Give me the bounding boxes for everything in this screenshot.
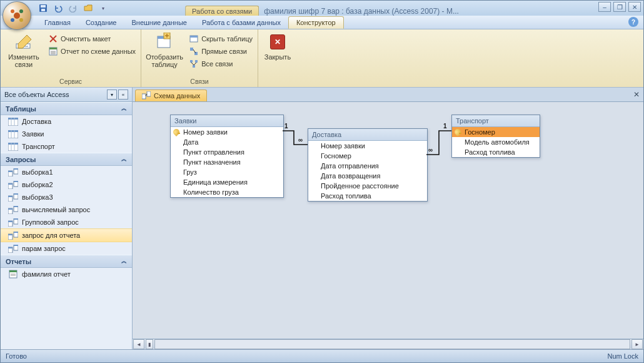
nav-query-item[interactable]: парам запрос [1, 242, 132, 255]
field-row[interactable]: Дата возвращения [308, 171, 427, 181]
nav-query-item[interactable]: выборка2 [1, 178, 132, 191]
field-row[interactable]: Единица измерения [171, 177, 283, 187]
table-window-zayavki[interactable]: Заявки Номер заявки Дата Пункт отправлен… [170, 115, 284, 198]
svg-rect-70 [14, 245, 18, 246]
nav-query-item[interactable]: запрос для отчета [1, 228, 132, 242]
field-row[interactable]: Пункт отправления [171, 147, 283, 157]
svg-rect-23 [190, 48, 193, 51]
relation-one-label: 1 [443, 123, 447, 130]
nav-section-reports[interactable]: Отчеты︽ [1, 255, 132, 268]
tab-database-tools[interactable]: Работа с базами данных [194, 17, 288, 28]
nav-section-queries[interactable]: Запросы︽ [1, 153, 132, 166]
close-design-button[interactable]: ✕ Закрыть [262, 32, 293, 61]
scroll-thumb[interactable]: ▮ [146, 339, 153, 349]
table-title[interactable]: Доставка [308, 129, 427, 141]
svg-rect-36 [8, 130, 18, 132]
nav-header[interactable]: Все объекты Access ▾ « [1, 88, 132, 102]
chevron-up-icon: ︽ [121, 105, 127, 113]
direct-relations-icon [189, 46, 199, 56]
field-row[interactable]: Расход топлива [308, 191, 427, 201]
direct-relations-button[interactable]: Прямые связи [188, 46, 254, 57]
field-row[interactable]: Дата [171, 137, 283, 147]
scroll-left-icon[interactable]: ◄ [133, 339, 144, 349]
svg-rect-52 [8, 196, 13, 197]
field-row[interactable]: Количество груза [171, 187, 283, 197]
nav-table-item[interactable]: Заявки [1, 128, 132, 140]
svg-rect-76 [147, 91, 151, 96]
table-title[interactable]: Транспорт [452, 115, 540, 127]
hide-table-button[interactable]: Скрыть таблицу [188, 33, 254, 44]
tab-design[interactable]: Конструктор [288, 16, 344, 29]
undo-icon[interactable] [52, 2, 64, 14]
edit-relations-button[interactable]: Изменить связи [4, 32, 43, 68]
nav-query-item[interactable]: вычисляемый запрос [1, 203, 132, 216]
nav-table-item[interactable]: Транспорт [1, 140, 132, 153]
qat-dropdown-icon[interactable]: ▾ [97, 2, 109, 14]
open-folder-icon[interactable] [82, 2, 94, 14]
show-table-button[interactable]: Отобразить таблицу [145, 32, 184, 68]
svg-rect-50 [14, 181, 18, 182]
field-row[interactable]: Дата отправления [308, 161, 427, 171]
save-icon[interactable] [37, 2, 49, 14]
title-context: Работа со связями фамилия шифр 7 вар : б… [185, 1, 459, 16]
field-row[interactable]: Госномер [452, 127, 540, 137]
ribbon-group-close: ✕ Закрыть [258, 29, 297, 87]
field-row[interactable]: Пройденное расстояние [308, 181, 427, 191]
nav-query-item[interactable]: выборка3 [1, 191, 132, 203]
clear-layout-button[interactable]: Очистить макет [47, 33, 137, 44]
close-window-button[interactable]: ✕ [628, 2, 641, 12]
svg-rect-40 [8, 143, 18, 145]
nav-section-tables[interactable]: Таблицы︽ [1, 102, 132, 115]
relation-many-label: ∞ [428, 146, 433, 153]
field-row[interactable]: Груз [171, 167, 283, 177]
navigation-pane: Все объекты Access ▾ « Таблицы︽ Доставка… [1, 88, 133, 349]
nav-dropdown-icon[interactable]: ▾ [107, 89, 117, 100]
scroll-right-icon[interactable]: ► [631, 339, 643, 349]
query-icon [8, 193, 18, 202]
window-controls: – ❐ ✕ [598, 2, 641, 12]
show-table-label: Отобразить таблицу [145, 53, 184, 68]
field-row[interactable]: Номер заявки [308, 141, 427, 151]
show-table-icon [154, 32, 174, 52]
nav-query-item[interactable]: Групповой запрос [1, 216, 132, 228]
help-button[interactable]: ? [628, 17, 638, 27]
table-title[interactable]: Заявки [171, 115, 283, 127]
redo-icon[interactable] [67, 2, 79, 14]
document-area: Схема данных ✕ Заявки Номер заявки Дата … [133, 88, 643, 349]
field-row[interactable]: Номер заявки [171, 127, 283, 137]
query-icon [8, 244, 18, 253]
minimize-button[interactable]: – [598, 2, 611, 12]
ribbon-group-service: Изменить связи Очистить макет Отчет по с… [1, 29, 141, 87]
nav-query-item[interactable]: выборка1 [1, 166, 132, 178]
nav-collapse-icon[interactable]: « [118, 89, 128, 100]
tab-create[interactable]: Создание [78, 17, 124, 28]
field-row[interactable]: Модель автомобиля [452, 137, 540, 147]
all-relations-icon [189, 59, 199, 69]
restore-button[interactable]: ❐ [613, 2, 626, 12]
all-relations-button[interactable]: Все связи [188, 58, 254, 69]
nav-table-item[interactable]: Доставка [1, 115, 132, 128]
table-icon [8, 142, 18, 151]
field-row[interactable]: Госномер [308, 151, 427, 161]
ribbon: Изменить связи Очистить макет Отчет по с… [1, 29, 643, 88]
field-row[interactable]: Расход топлива [452, 147, 540, 157]
office-button[interactable] [3, 1, 31, 30]
doc-tab-relations[interactable]: Схема данных [135, 89, 207, 101]
field-row[interactable]: Пункт назначения [171, 157, 283, 167]
tab-external-data[interactable]: Внешние данные [124, 17, 194, 28]
svg-rect-54 [14, 193, 18, 195]
table-window-dostavka[interactable]: Доставка Номер заявки Госномер Дата отпр… [308, 128, 428, 202]
relations-canvas[interactable]: Заявки Номер заявки Дата Пункт отправлен… [133, 102, 643, 339]
svg-rect-68 [8, 247, 13, 248]
ribbon-tabs: Главная Создание Внешние данные Работа с… [1, 16, 643, 29]
table-window-transport[interactable]: Транспорт Госномер Модель автомобиля Рас… [451, 115, 540, 158]
horizontal-scrollbar[interactable]: ◄ ▮ ► [133, 339, 643, 349]
svg-rect-72 [9, 270, 17, 272]
context-tab-relations[interactable]: Работа со связями [185, 6, 259, 16]
tab-home[interactable]: Главная [37, 17, 78, 28]
relation-report-button[interactable]: Отчет по схеме данных [47, 46, 137, 57]
report-icon [8, 270, 18, 279]
doc-close-button[interactable]: ✕ [631, 89, 641, 99]
nav-report-item[interactable]: фамилия отчет [1, 268, 132, 280]
quick-access-toolbar: ▾ [37, 2, 109, 14]
